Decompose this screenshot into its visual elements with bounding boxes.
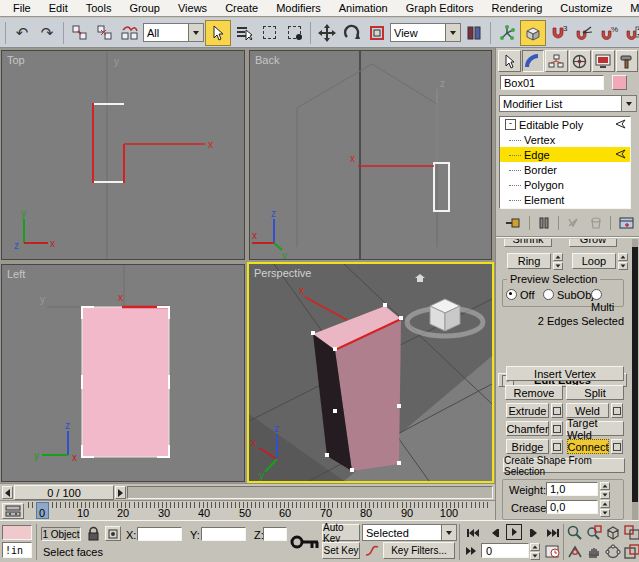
stack-row-polygon[interactable]: Polygon	[500, 177, 630, 192]
loop-spinner[interactable]	[618, 253, 628, 269]
chamfer-settings-button[interactable]	[551, 421, 563, 436]
undo-button[interactable]: ↶	[10, 21, 34, 45]
go-to-start-button[interactable]	[463, 525, 483, 540]
go-to-end-button[interactable]	[543, 525, 563, 540]
split-button[interactable]: Split	[566, 385, 624, 400]
menu-tools[interactable]: Tools	[77, 1, 121, 15]
pan-button[interactable]	[585, 543, 602, 560]
time-slider-track[interactable]	[127, 486, 493, 499]
select-by-name-button[interactable]	[232, 21, 256, 45]
menu-modifiers[interactable]: Modifiers	[267, 1, 330, 15]
select-and-move-button[interactable]	[315, 21, 339, 45]
ring-button[interactable]: Ring	[507, 253, 551, 269]
select-and-link-button[interactable]	[68, 21, 92, 45]
select-and-rotate-button[interactable]	[340, 21, 364, 45]
connect-settings-button[interactable]	[611, 439, 623, 454]
play-button[interactable]	[506, 524, 522, 540]
dropdown-arrow-icon[interactable]	[441, 525, 456, 540]
current-frame-field[interactable]: 0	[481, 543, 529, 558]
rectangular-selection-region-button[interactable]	[257, 21, 281, 45]
selection-set-dropdown[interactable]: Selected	[362, 524, 457, 541]
remove-modifier-button[interactable]	[587, 214, 605, 231]
menu-views[interactable]: Views	[169, 1, 216, 15]
absolute-mode-toggle[interactable]	[105, 526, 121, 541]
bridge-settings-button[interactable]	[551, 439, 563, 454]
create-shape-button[interactable]: Create Shape From Selection	[503, 458, 625, 473]
stack-row-element[interactable]: Element	[500, 192, 630, 207]
menu-group[interactable]: Group	[120, 1, 169, 15]
object-color-swatch[interactable]	[612, 75, 627, 90]
tab-modify[interactable]	[522, 50, 545, 72]
zoom-extents-button[interactable]	[604, 524, 621, 541]
open-mini-curve-editor-button[interactable]	[2, 503, 24, 519]
listener-macro-recorder-line[interactable]	[2, 525, 32, 540]
chamfer-button[interactable]: Chamfer	[506, 421, 549, 436]
tab-utilities[interactable]	[616, 50, 639, 72]
make-unique-button[interactable]	[564, 214, 582, 231]
zoom-extents-all-button[interactable]	[623, 524, 639, 541]
unlink-selection-button[interactable]	[93, 21, 117, 45]
insert-vertex-button[interactable]: Insert Vertex	[506, 366, 624, 381]
radio-off[interactable]: Off	[506, 289, 534, 301]
default-in-out-tangents-button[interactable]	[363, 542, 380, 559]
menu-file[interactable]: File	[4, 1, 40, 15]
set-keys-button[interactable]	[290, 529, 320, 557]
weight-field[interactable]: 1,0	[546, 482, 598, 496]
z-coordinate-field[interactable]	[263, 527, 287, 541]
dropdown-arrow-icon[interactable]	[621, 96, 636, 111]
target-weld-button[interactable]: Target Weld	[566, 421, 624, 436]
extrude-settings-button[interactable]	[551, 403, 563, 418]
show-end-result-arrow-icon[interactable]	[615, 119, 627, 130]
menu-edit[interactable]: Edit	[40, 1, 77, 15]
radio-subobj[interactable]: SubObj	[543, 289, 594, 301]
menu-animation[interactable]: Animation	[330, 1, 397, 15]
selection-lock-toggle[interactable]	[87, 526, 100, 543]
connect-button[interactable]: Connect	[567, 439, 609, 454]
selection-filter-dropdown[interactable]: All	[143, 23, 204, 42]
menu-rendering[interactable]: Rendering	[483, 1, 552, 15]
grow-button[interactable]: Grow	[569, 239, 617, 247]
select-and-manipulate-button[interactable]	[495, 21, 519, 45]
menu-customize[interactable]: Customize	[551, 1, 621, 15]
y-coordinate-field[interactable]	[201, 527, 246, 541]
stack-row-editable-poly[interactable]: - Editable Poly	[500, 117, 630, 132]
dropdown-arrow-icon[interactable]	[188, 24, 203, 41]
frame-spinner[interactable]	[530, 543, 540, 558]
show-end-result-button[interactable]	[535, 214, 553, 231]
modifier-list-dropdown[interactable]: Modifier List	[499, 95, 637, 112]
panel-scrollbar-thumb[interactable]	[632, 247, 638, 502]
next-frame-button[interactable]	[525, 525, 541, 540]
bridge-button[interactable]: Bridge	[506, 439, 549, 454]
angle-snap-button[interactable]	[572, 21, 596, 45]
snap-3d-button[interactable]: 3	[547, 21, 571, 45]
menu-maxscript[interactable]: MAXScript	[621, 1, 639, 15]
key-filters-button[interactable]: Key Filters...	[383, 542, 455, 559]
zoom-button[interactable]	[566, 524, 583, 541]
shrink-button[interactable]: Shrink	[504, 239, 552, 247]
menu-create[interactable]: Create	[216, 1, 267, 15]
bind-to-space-warp-button[interactable]	[118, 21, 142, 45]
crease-spinner[interactable]	[600, 500, 610, 514]
zoom-region-button[interactable]	[566, 543, 583, 560]
weight-spinner[interactable]	[600, 482, 610, 496]
spinner-snap-button[interactable]	[622, 21, 639, 45]
redo-button[interactable]: ↷	[35, 21, 59, 45]
next-frame-arrow[interactable]	[115, 486, 126, 499]
snaps-toggle-button[interactable]	[520, 20, 546, 46]
tab-create[interactable]	[498, 50, 521, 72]
select-and-scale-button[interactable]	[365, 21, 389, 45]
crease-field[interactable]: 0,0	[546, 500, 598, 514]
set-key-button[interactable]: Set Key	[322, 542, 360, 559]
percent-snap-button[interactable]: %	[597, 21, 621, 45]
tab-hierarchy[interactable]	[545, 50, 568, 72]
viewport-perspective-label[interactable]: Perspective	[254, 267, 311, 279]
viewport-top[interactable]: Top y x y x z	[1, 50, 245, 260]
viewport-back[interactable]: Back z x z x y	[249, 50, 492, 260]
auto-key-button[interactable]: Auto Key	[322, 524, 360, 541]
viewport-perspective[interactable]: x z x y Perspective	[247, 262, 494, 483]
use-center-flyout-button[interactable]	[462, 21, 486, 45]
menu-graph-editors[interactable]: Graph Editors	[397, 1, 483, 15]
panel-scrollbar[interactable]	[632, 239, 638, 520]
maximize-viewport-toggle[interactable]	[623, 543, 639, 560]
loop-button[interactable]: Loop	[572, 253, 616, 269]
